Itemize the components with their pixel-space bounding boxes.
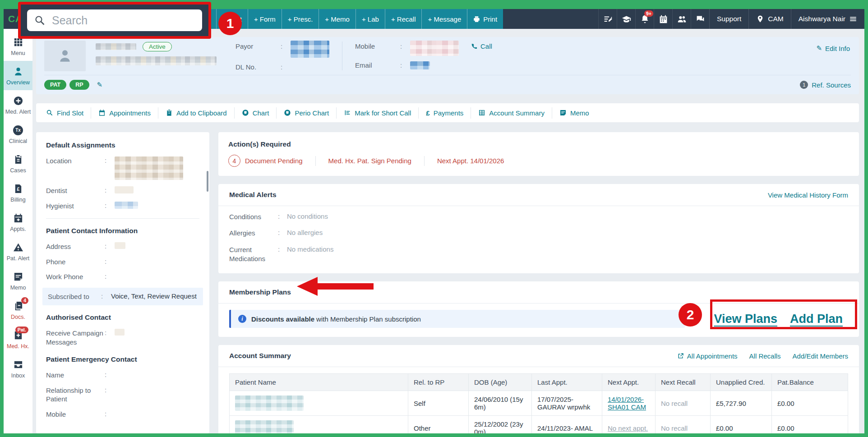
new-prescription-button[interactable]: + Presc. (282, 9, 319, 29)
support-button[interactable]: Support (709, 9, 748, 29)
new-form-button[interactable]: + Form (248, 9, 282, 29)
find-slot-button[interactable]: Find Slot (39, 107, 91, 119)
annotation-plans-highlight (710, 299, 857, 329)
med-hx-sign-pending-link[interactable]: Med. Hx. Pat. Sign Pending (328, 157, 411, 165)
inbox-icon (12, 359, 24, 371)
next-appt-link[interactable]: Next Appt. 14/01/2026 (437, 157, 504, 165)
calendar-plus-icon (12, 212, 24, 224)
new-lab-button[interactable]: + Lab (356, 9, 385, 29)
user-menu[interactable]: Aishwarya Nair (791, 9, 864, 29)
emergency-mobile-row: Mobile (46, 410, 199, 419)
subscribed-row: Subscribed to Voice, Text, Review Reques… (42, 288, 203, 306)
docs-count-badge: 4 (21, 297, 28, 304)
sidebar-item-memo[interactable]: Memo (4, 266, 32, 295)
payor-label: Payor (235, 42, 281, 50)
tag-rp: RP (69, 80, 89, 90)
discounts-banner: i Discounts availablewith Membership Pla… (229, 310, 685, 328)
annotation-step-1: 1 (218, 12, 242, 35)
edit-info-button[interactable]: ✎ Edit Info (816, 44, 850, 52)
sidebar-item-clinical[interactable]: Tx Clinical (4, 120, 32, 149)
table-row: Other 25/12/2002 (23y 0m) 24/11/2023- AM… (230, 416, 848, 434)
sidebar-item-inbox[interactable]: Inbox (4, 354, 32, 383)
sidebar-item-med-hx[interactable]: Pat. Med. Hx. (4, 325, 32, 354)
phone-icon (471, 43, 477, 50)
perio-tooth-icon (284, 109, 291, 116)
mark-short-call-button[interactable]: Mark for Short Call (336, 107, 418, 119)
memo-note-icon (12, 271, 24, 283)
new-message-button[interactable]: + Message (421, 9, 467, 29)
panel-divider (46, 218, 199, 219)
clipboard-icon (166, 109, 173, 116)
person-icon (12, 66, 24, 78)
edit-tags-icon[interactable]: ✎ (97, 81, 103, 89)
document-pending-link[interactable]: Document Pending (245, 157, 303, 165)
add-edit-members-link[interactable]: Add/Edit Members (793, 352, 848, 360)
chat-button[interactable] (691, 9, 709, 29)
add-to-clipboard-button[interactable]: Add to Clipboard (158, 107, 234, 119)
contact-info-title: Patient Contact Information (46, 227, 199, 235)
notifications-button[interactable]: 9+ (635, 9, 654, 29)
pencil-icon: ✎ (816, 44, 822, 52)
memo-button[interactable]: Memo (552, 107, 596, 119)
plus-circle-icon (12, 95, 24, 107)
new-recall-button[interactable]: + Recall (385, 9, 422, 29)
emergency-name-row: Name (46, 371, 199, 380)
annotation-step-2: 2 (679, 303, 702, 327)
sidebar-item-overview[interactable]: Overview (4, 61, 32, 90)
sidebar-item-pat-alert[interactable]: Pat. Alert (4, 237, 32, 266)
annotation-arrow (297, 276, 374, 297)
call-button[interactable]: Call (471, 42, 492, 50)
appointments-button[interactable]: Appointments (91, 107, 158, 119)
table-row: Self 24/06/2010 (15y 6m) 17/07/2025- GAU… (230, 391, 848, 416)
education-button[interactable] (617, 9, 635, 29)
receive-campaign-row: Receive Campaign Messages (46, 329, 199, 346)
patients-button[interactable] (672, 9, 691, 29)
medical-history-icon: Pat. (12, 330, 24, 341)
short-call-list-icon (344, 109, 351, 116)
hamburger-menu-icon (849, 15, 857, 23)
pound-icon (426, 109, 429, 117)
billing-document-icon: £ (12, 183, 24, 195)
phone-row: Phone (46, 258, 199, 267)
calendar-button[interactable] (654, 9, 672, 29)
tx-icon: Tx (12, 124, 24, 136)
sidebar-item-cases[interactable]: Cases (4, 149, 32, 178)
graduation-cap-icon (622, 14, 631, 24)
documents-icon: 4 (12, 300, 24, 312)
sidebar-item-appointments[interactable]: Appts. (4, 207, 32, 237)
tasks-button[interactable] (598, 9, 617, 29)
panel-scrollbar[interactable] (207, 171, 208, 192)
sidebar-item-docs[interactable]: 4 Docs. (4, 295, 32, 325)
all-recalls-link[interactable]: All Recalls (749, 352, 781, 360)
info-icon: i (238, 315, 246, 323)
medical-alerts-title: Medical Alerts (229, 191, 277, 199)
all-appointments-link[interactable]: All Appointments (677, 352, 738, 360)
patient-details-redacted (96, 56, 217, 65)
address-value-redacted (115, 242, 125, 249)
search-box[interactable] (27, 9, 202, 31)
print-button[interactable]: Print (467, 9, 503, 29)
location-value-redacted (115, 156, 183, 180)
chart-button[interactable]: Chart (234, 107, 277, 119)
tag-pat: PAT (44, 80, 66, 90)
no-next-appt-link[interactable]: No next appt. (608, 424, 648, 432)
search-icon (46, 109, 53, 116)
next-appt-cell-link[interactable]: 14/01/2026-SHA01 CAM (608, 396, 646, 411)
navbar-right-group: 9+ Support CAM Ais (598, 9, 864, 29)
new-memo-button[interactable]: + Memo (319, 9, 356, 29)
chat-bubbles-icon (696, 14, 705, 24)
location-selector[interactable]: CAM (748, 9, 790, 29)
sidebar-item-med-alert[interactable]: Med. Alert (4, 90, 32, 120)
warning-triangle-icon (12, 242, 24, 253)
sidebar-item-billing[interactable]: £ Billing (4, 178, 32, 207)
account-summary-button[interactable]: Account Summary (471, 107, 552, 119)
printer-icon (473, 16, 480, 23)
payments-button[interactable]: Payments (418, 107, 471, 119)
view-medical-history-link[interactable]: View Medical History Form (768, 191, 848, 199)
annotation-search-highlight (18, 2, 211, 39)
search-input[interactable] (51, 14, 195, 28)
tooth-chart-icon (242, 109, 249, 116)
dentist-value-redacted (115, 186, 134, 193)
ref-sources-link[interactable]: 1 Ref. Sources (800, 81, 851, 89)
perio-chart-button[interactable]: Perio Chart (276, 107, 336, 119)
